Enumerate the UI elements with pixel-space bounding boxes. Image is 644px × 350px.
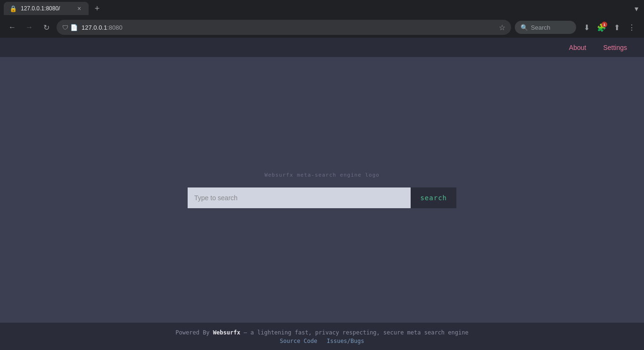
footer: Powered By Websurfx – a lightening fast,… bbox=[0, 323, 644, 350]
powered-by-suffix: – a lightening fast, privacy respecting,… bbox=[240, 329, 469, 336]
new-tab-button[interactable]: + bbox=[91, 2, 104, 15]
footer-brand: Websurfx bbox=[213, 329, 240, 336]
share-button[interactable]: ⬆ bbox=[610, 21, 623, 34]
download-button[interactable]: ⬇ bbox=[580, 21, 593, 34]
footer-links: Source Code Issues/Bugs bbox=[0, 338, 644, 344]
menu-button[interactable]: ⋮ bbox=[625, 21, 638, 34]
tab-bar: 🔒 127.0.0.1:8080/ × + ▾ bbox=[0, 0, 644, 17]
browser-search-icon: 🔍 bbox=[520, 24, 528, 31]
address-icons: 🛡 📄 bbox=[62, 24, 78, 31]
download-icon: ⬇ bbox=[584, 23, 590, 32]
search-form: search bbox=[188, 187, 456, 208]
tab-close-button[interactable]: × bbox=[75, 5, 83, 12]
extension-badge: 1 bbox=[602, 22, 607, 27]
nav-bar: ← → ↻ 🛡 📄 127.0.0.1:8080 ☆ 🔍 Search ⬇ 🧩 … bbox=[0, 17, 644, 38]
back-button[interactable]: ← bbox=[6, 21, 19, 34]
active-tab[interactable]: 🔒 127.0.0.1:8080/ × bbox=[4, 2, 89, 15]
extension-button[interactable]: 🧩 1 bbox=[595, 21, 608, 34]
main-content: Websurfx meta-search engine logo search bbox=[0, 57, 644, 323]
logo-alt-text: Websurfx meta-search engine logo bbox=[264, 172, 380, 178]
menu-icon: ⋮ bbox=[628, 23, 636, 32]
footer-tagline: Powered By Websurfx – a lightening fast,… bbox=[0, 329, 644, 336]
powered-by-prefix: Powered By bbox=[175, 329, 213, 336]
settings-link[interactable]: Settings bbox=[595, 40, 635, 55]
issues-link[interactable]: Issues/Bugs bbox=[327, 338, 364, 344]
share-icon: ⬆ bbox=[614, 23, 620, 32]
address-port: :8080 bbox=[107, 24, 123, 31]
shield-icon: 🛡 bbox=[62, 24, 68, 31]
app-nav: About Settings bbox=[0, 38, 644, 57]
tab-dropdown-button[interactable]: ▾ bbox=[633, 2, 640, 15]
tab-title: 127.0.0.1:8080/ bbox=[21, 5, 72, 12]
source-code-link[interactable]: Source Code bbox=[280, 338, 317, 344]
browser-search-box[interactable]: 🔍 Search bbox=[515, 21, 576, 34]
logo-area: Websurfx meta-search engine logo bbox=[264, 172, 380, 178]
forward-button[interactable]: → bbox=[23, 21, 36, 34]
search-input[interactable] bbox=[188, 187, 411, 208]
page-icon: 📄 bbox=[70, 24, 78, 31]
bookmark-star-icon[interactable]: ☆ bbox=[499, 23, 505, 32]
about-link[interactable]: About bbox=[561, 40, 594, 55]
address-domain: 127.0.0.1 bbox=[82, 24, 107, 31]
app-nav-links: About Settings bbox=[561, 40, 635, 55]
browser-search-label: Search bbox=[531, 24, 550, 31]
browser-chrome: 🔒 127.0.0.1:8080/ × + ▾ ← → ↻ 🛡 📄 127.0.… bbox=[0, 0, 644, 38]
address-text: 127.0.0.1:8080 bbox=[82, 24, 495, 31]
reload-button[interactable]: ↻ bbox=[40, 21, 53, 34]
address-bar[interactable]: 🛡 📄 127.0.0.1:8080 ☆ bbox=[57, 20, 511, 35]
search-button[interactable]: search bbox=[411, 187, 456, 208]
nav-right-icons: ⬇ 🧩 1 ⬆ ⋮ bbox=[580, 21, 638, 34]
tab-security-icon: 🔒 bbox=[9, 5, 17, 12]
